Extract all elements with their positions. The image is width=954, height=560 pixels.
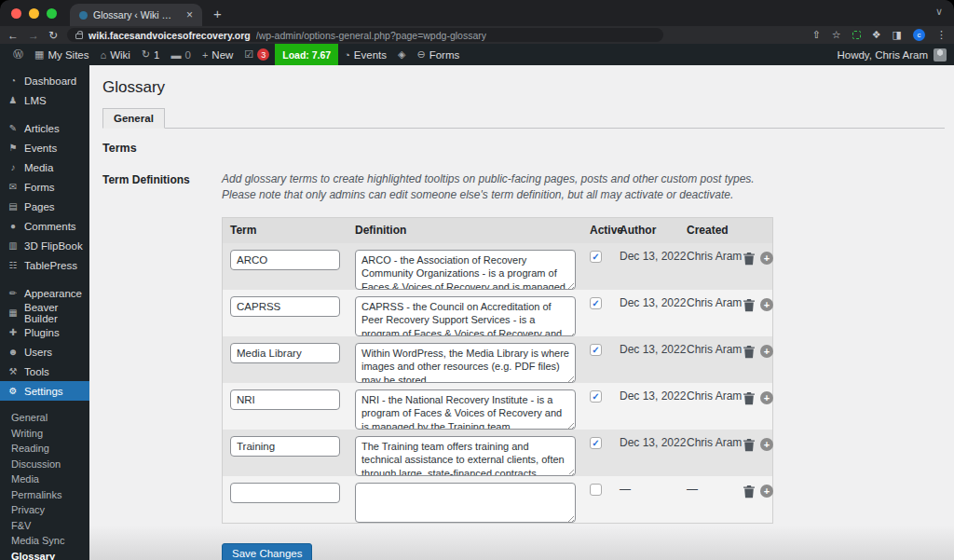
term-input[interactable] (230, 296, 340, 317)
resize-grip-icon[interactable] (567, 470, 574, 476)
adminbar-item-comments[interactable]: ▬0 (166, 44, 197, 65)
save-changes-button[interactable]: Save Changes (222, 543, 312, 560)
back-button[interactable]: ← (7, 30, 19, 41)
tab-close-icon[interactable]: × (186, 8, 193, 21)
window-controls[interactable] (11, 8, 57, 19)
browser-tab[interactable]: Glossary ‹ Wiki — WordPress × (70, 4, 202, 26)
sidebar-item-dashboard[interactable]: ◔Dashboard (0, 71, 89, 90)
sidebar-item-lms[interactable]: ♟LMS (0, 90, 89, 110)
reload-button[interactable]: ↻ (48, 30, 58, 41)
extensions-puzzle-icon[interactable]: ❖ (872, 29, 881, 41)
sidebar-item-users[interactable]: ☻Users (0, 342, 89, 362)
adminbar-item-diamond-plugin[interactable]: ◈ (392, 44, 411, 65)
sidebar-item-articles[interactable]: ✎Articles (0, 118, 89, 138)
sidebar-item-beaver-builder[interactable]: ▦Beaver Builder (0, 303, 89, 322)
term-input[interactable] (230, 483, 340, 503)
active-checkbox[interactable]: ✓ (590, 437, 602, 449)
minimize-window-button[interactable] (29, 8, 39, 19)
sidebar-item-appearance[interactable]: ✏Appearance (0, 283, 89, 303)
forward-button[interactable]: → (28, 30, 39, 41)
sidebar-item-settings[interactable]: ⚙Settings (0, 381, 89, 401)
sidebar-item-plugins[interactable]: ✚Plugins (0, 322, 89, 342)
delete-row-icon[interactable] (743, 438, 756, 452)
adminbar-label: 1 (154, 49, 159, 61)
adminbar-item-events[interactable]: ◔Events (338, 44, 392, 65)
delete-row-icon[interactable] (743, 345, 756, 359)
settings-submenu-privacy[interactable]: Privacy (0, 501, 89, 517)
sidebar-item-pages[interactable]: ▤Pages (0, 197, 89, 216)
resize-grip-icon[interactable] (567, 516, 574, 523)
term-input[interactable] (230, 436, 340, 457)
profile-avatar[interactable]: c (913, 29, 925, 41)
adminbar-item-my-sites[interactable]: ▦My Sites (29, 44, 95, 65)
active-checkbox[interactable]: ✓ (590, 344, 602, 356)
resize-grip-icon[interactable] (567, 330, 574, 336)
add-row-icon[interactable]: + (760, 298, 773, 311)
adminbar-item-wp-logo[interactable]: Ⓦ (7, 44, 29, 65)
sidebar-item-media[interactable]: ♪Media (0, 157, 89, 177)
zoom-window-button[interactable] (47, 8, 57, 19)
bookmark-star-icon[interactable]: ☆ (832, 29, 841, 41)
settings-submenu-glossary[interactable]: Glossary (0, 548, 89, 560)
term-input[interactable] (230, 389, 340, 410)
add-row-icon[interactable]: + (760, 485, 773, 498)
menu-kebab-icon[interactable]: ⋮ (936, 29, 947, 41)
active-checkbox[interactable] (590, 484, 602, 496)
delete-row-icon[interactable] (743, 298, 756, 312)
term-input[interactable] (230, 343, 340, 363)
close-window-button[interactable] (11, 8, 21, 19)
delete-row-icon[interactable] (743, 391, 756, 405)
active-checkbox[interactable]: ✓ (590, 297, 602, 309)
definition-textarea[interactable] (355, 483, 576, 523)
resize-grip-icon[interactable] (567, 376, 574, 383)
sidebar-item-3d-flipbook[interactable]: ▥3D FlipBook (0, 236, 89, 255)
tab-general[interactable]: General (102, 108, 165, 129)
definition-textarea[interactable] (355, 343, 576, 383)
settings-submenu-discussion[interactable]: Discussion (0, 456, 89, 471)
adminbar-item-new-content[interactable]: +New (197, 44, 238, 65)
definition-textarea[interactable] (355, 250, 576, 290)
delete-row-icon[interactable] (743, 485, 756, 499)
new-content-icon: + (202, 49, 208, 61)
new-tab-button[interactable]: + (213, 6, 222, 21)
sidebar-item-comments[interactable]: ●Comments (0, 216, 89, 236)
sidebar-item-forms[interactable]: ✉Forms (0, 177, 89, 197)
address-bar[interactable]: wiki.facesandvoicesofrecovery.org /wp-ad… (67, 28, 663, 42)
add-row-icon[interactable]: + (760, 345, 773, 358)
adminbar-item-site-wiki[interactable]: ⌂Wiki (95, 44, 136, 65)
adminbar-label: My Sites (48, 49, 89, 61)
sidebar-item-tablepress[interactable]: ☷TablePress (0, 255, 89, 275)
adminbar-item-server-load[interactable]: Load: 7.67 (275, 44, 338, 65)
settings-submenu-media-sync[interactable]: Media Sync (0, 532, 89, 548)
settings-submenu-reading[interactable]: Reading (0, 440, 89, 456)
settings-submenu-media[interactable]: Media (0, 471, 89, 486)
add-row-icon[interactable]: + (760, 252, 773, 265)
settings-submenu-general[interactable]: General (0, 409, 89, 425)
side-panel-icon[interactable]: ◨ (893, 29, 902, 41)
settings-submenu-f-v[interactable]: F&V (0, 517, 89, 533)
screen-capture-icon[interactable] (852, 31, 861, 39)
adminbar-item-forms[interactable]: ⊖Forms (411, 44, 465, 65)
user-avatar[interactable] (934, 48, 947, 61)
delete-row-icon[interactable] (743, 252, 756, 266)
settings-submenu-writing[interactable]: Writing (0, 425, 89, 441)
definition-textarea[interactable] (355, 296, 576, 336)
adminbar-item-plugin-alerts[interactable]: ☑3 (238, 44, 275, 65)
resize-grip-icon[interactable] (567, 423, 574, 430)
term-input[interactable] (230, 250, 340, 270)
sidebar-item-tools[interactable]: ⚒Tools (0, 362, 89, 381)
howdy-account-link[interactable]: Howdy, Chris Aram (837, 49, 928, 61)
chevron-down-icon[interactable]: ∨ (935, 6, 943, 18)
sidebar-item-label: Appearance (24, 288, 82, 299)
definition-textarea[interactable] (355, 436, 576, 476)
sidebar-item-events[interactable]: ⚑Events (0, 138, 89, 157)
share-icon[interactable]: ⇧ (812, 29, 821, 41)
resize-grip-icon[interactable] (567, 283, 574, 290)
settings-submenu-permalinks[interactable]: Permalinks (0, 486, 89, 502)
active-checkbox[interactable]: ✓ (590, 251, 602, 263)
active-checkbox[interactable]: ✓ (590, 390, 602, 403)
add-row-icon[interactable]: + (760, 391, 773, 404)
add-row-icon[interactable]: + (760, 438, 773, 451)
adminbar-item-updates[interactable]: ↻1 (136, 44, 166, 65)
definition-textarea[interactable] (355, 389, 576, 430)
